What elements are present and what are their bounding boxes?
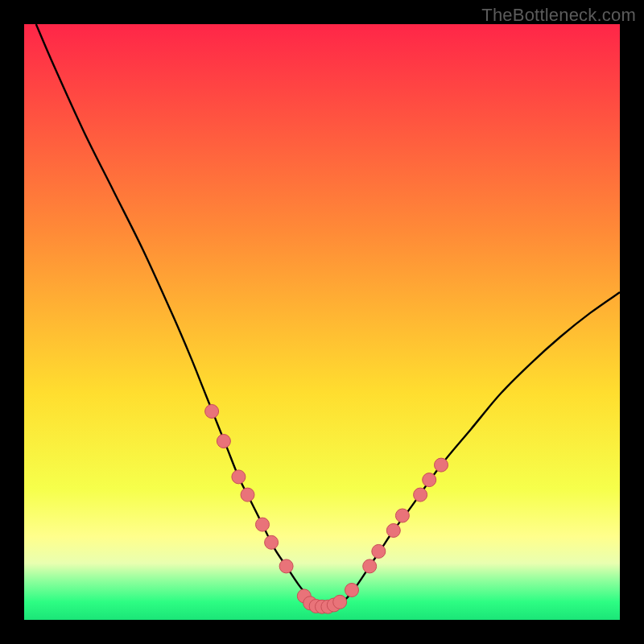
data-point bbox=[241, 488, 254, 502]
data-point bbox=[414, 488, 427, 502]
bottleneck-chart-svg bbox=[24, 24, 620, 620]
data-point bbox=[372, 544, 386, 558]
data-point bbox=[265, 535, 279, 549]
data-point bbox=[345, 584, 359, 597]
data-point bbox=[205, 405, 219, 419]
watermark-text: TheBottleneck.com bbox=[481, 5, 636, 26]
data-point bbox=[279, 559, 293, 573]
data-point bbox=[363, 559, 377, 573]
data-point bbox=[386, 524, 400, 538]
chart-container: TheBottleneck.com bbox=[0, 0, 644, 644]
plot-area bbox=[24, 24, 620, 620]
data-point bbox=[435, 458, 448, 472]
data-point bbox=[232, 470, 246, 484]
data-point bbox=[395, 509, 409, 522]
data-point bbox=[217, 435, 230, 448]
data-point bbox=[333, 595, 347, 609]
gradient-background bbox=[24, 24, 620, 620]
data-point bbox=[423, 473, 436, 487]
data-point bbox=[256, 518, 270, 531]
